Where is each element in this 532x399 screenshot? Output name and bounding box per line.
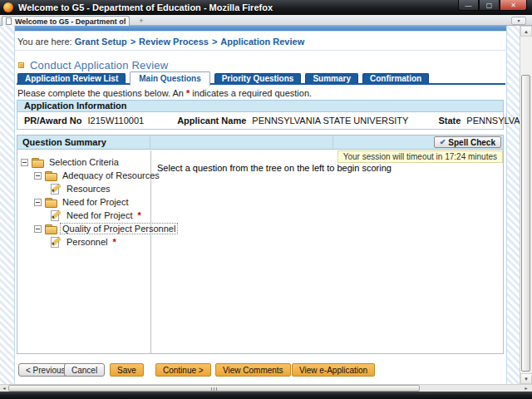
applicant-name-label: Applicant Name — [177, 116, 246, 126]
new-tab-button[interactable]: + — [135, 17, 148, 25]
pr-award-label: PR/Award No — [24, 116, 81, 126]
window-title: Welcome to G5 - Department of Education … — [18, 2, 273, 12]
tree-item-personnel[interactable]: Personnel* — [17, 235, 150, 249]
application-information-table: Application Information PR/Award No I215… — [17, 100, 504, 130]
question-pencil-icon — [50, 210, 62, 220]
page-title: Conduct Application Review — [30, 59, 168, 71]
tab-priority-questions[interactable]: Priority Questions — [214, 73, 302, 83]
tree-item-need-for-project-folder[interactable]: Need for Project — [17, 195, 150, 209]
left-margin-pattern — [0, 26, 15, 384]
tree-item-need-for-project-question[interactable]: Need for Project* — [17, 209, 150, 222]
collapse-icon[interactable] — [21, 159, 28, 166]
state-field: State PENNSYLVANIA — [438, 116, 532, 126]
review-tabs: Application Review List Main Questions P… — [17, 71, 429, 86]
tree-item-label[interactable]: Resources — [65, 184, 112, 194]
tree-item-label[interactable]: Need for Project — [65, 210, 134, 220]
question-summary-body: Selection Criteria Adequacy of Resources… — [17, 150, 503, 353]
application-information-header: Application Information — [17, 101, 503, 112]
header-banner-strip — [15, 26, 506, 32]
page-heading: Conduct Application Review — [18, 59, 168, 71]
bullet-icon — [18, 62, 24, 68]
question-summary-header: Question Summary ✔ Spell Check — [17, 135, 503, 150]
application-information-row: PR/Award No I215W110001 Applicant Name P… — [17, 112, 503, 129]
tab-application-review-list[interactable]: Application Review List — [17, 73, 126, 83]
save-button[interactable]: Save — [110, 363, 144, 377]
vertical-scrollbar[interactable]: ▲ ▼ — [520, 26, 532, 384]
browser-tabstrip: Welcome to G5 - Department of Edu... + ▾ — [0, 15, 532, 26]
action-buttons-row: < Previous Cancel Save Continue > View C… — [15, 363, 506, 378]
breadcrumb-link-application-review[interactable]: Application Review — [220, 37, 304, 47]
continue-button[interactable]: Continue > — [155, 363, 211, 377]
question-summary-panel: Question Summary ✔ Spell Check — [17, 135, 504, 354]
state-label: State — [438, 116, 461, 126]
question-summary-header-cell — [150, 135, 333, 149]
breadcrumb: You are here: Grant Setup>Review Process… — [17, 37, 304, 47]
session-timeout-notice: Your session will timeout in 17:24 minut… — [337, 150, 503, 163]
tree-item-selection-criteria[interactable]: Selection Criteria — [17, 155, 150, 169]
browser-tab[interactable]: Welcome to G5 - Department of Edu... — [2, 16, 130, 26]
folder-icon — [45, 171, 57, 180]
tree-item-quality-of-project-personnel[interactable]: Quality of Project Personnel — [17, 222, 150, 235]
scroll-down-icon[interactable]: ▼ — [520, 373, 532, 384]
tree-item-label[interactable]: Adequacy of Resources — [61, 170, 161, 180]
breadcrumb-separator: > — [212, 37, 217, 47]
collapse-icon[interactable] — [34, 199, 42, 206]
view-e-application-button[interactable]: View e-Application — [292, 363, 375, 377]
question-pencil-icon — [50, 237, 62, 247]
page-viewport: You are here: Grant Setup>Review Process… — [0, 26, 532, 384]
spell-check-icon: ✔ — [440, 138, 446, 146]
instruction-before: Please complete the questions below. An — [17, 88, 186, 98]
applicant-name-field: Applicant Name PENNSYLVANIA STATE UNIVER… — [177, 116, 408, 126]
tab-confirmation[interactable]: Confirmation — [362, 73, 429, 83]
required-asterisk: * — [113, 237, 116, 247]
scroll-right-icon[interactable]: ► — [522, 385, 530, 392]
pr-award-field: PR/Award No I215W110001 — [24, 116, 144, 126]
scoring-placeholder-message: Select a question from the tree on the l… — [157, 163, 392, 173]
maximize-button[interactable]: ▢ — [479, 0, 500, 11]
scoring-panel: Your session will timeout in 17:24 minut… — [152, 150, 503, 353]
tree-item-label[interactable]: Need for Project — [61, 197, 130, 207]
vertical-scrollbar-thumb[interactable] — [521, 75, 530, 372]
collapse-icon[interactable] — [34, 172, 42, 180]
folder-icon — [45, 224, 57, 234]
browser-tab-title: Welcome to G5 - Department of Edu... — [15, 17, 126, 26]
scroll-left-icon[interactable]: ◄ — [0, 385, 8, 392]
breadcrumb-divider — [15, 50, 506, 51]
minimize-button[interactable]: — — [458, 0, 479, 11]
scroll-up-icon[interactable]: ▲ — [520, 26, 532, 37]
collapse-icon[interactable] — [34, 225, 42, 233]
tree-item-resources[interactable]: Resources — [17, 182, 150, 195]
tree-item-label[interactable]: Personnel — [65, 237, 110, 247]
folder-icon — [32, 158, 44, 167]
breadcrumb-separator: > — [131, 37, 135, 47]
horizontal-scrollbar[interactable]: ◄ ► — [0, 384, 532, 392]
folder-icon — [45, 198, 57, 207]
pr-award-value: I215W110001 — [87, 116, 144, 126]
right-margin-pattern — [506, 26, 520, 384]
horizontal-scrollbar-thumb[interactable] — [8, 385, 420, 392]
breadcrumb-link-review-process[interactable]: Review Process — [139, 37, 209, 47]
cancel-button[interactable]: Cancel — [64, 363, 105, 377]
window-controls: — ▢ ✕ — [458, 0, 527, 11]
tab-list-dropdown-icon[interactable]: ▾ — [511, 17, 526, 25]
question-pencil-icon — [50, 184, 62, 194]
question-summary-header-right: ✔ Spell Check — [333, 135, 503, 149]
page-icon — [6, 17, 12, 25]
firefox-icon — [3, 2, 13, 12]
window-titlebar: Welcome to G5 - Department of Education … — [0, 0, 532, 15]
tree-item-label[interactable]: Selection Criteria — [47, 157, 121, 167]
applicant-name-value: PENNSYLVANIA STATE UNIVERSITY — [252, 116, 408, 126]
instruction-after: indicates a required question. — [190, 88, 312, 98]
view-comments-button[interactable]: View Comments — [215, 363, 291, 377]
required-asterisk: * — [137, 210, 140, 220]
close-button[interactable]: ✕ — [500, 0, 527, 11]
browser-window: Welcome to G5 - Department of Education … — [0, 0, 532, 399]
breadcrumb-link-grant-setup[interactable]: Grant Setup — [75, 37, 127, 47]
tree-item-adequacy-of-resources[interactable]: Adequacy of Resources — [17, 169, 150, 182]
question-tree: Selection Criteria Adequacy of Resources… — [17, 150, 151, 353]
window-bottom-frame — [0, 392, 532, 399]
tab-main-questions[interactable]: Main Questions — [130, 71, 209, 86]
tab-summary[interactable]: Summary — [305, 73, 358, 83]
spell-check-button[interactable]: ✔ Spell Check — [434, 136, 501, 148]
instruction-text: Please complete the questions below. An … — [17, 88, 312, 98]
